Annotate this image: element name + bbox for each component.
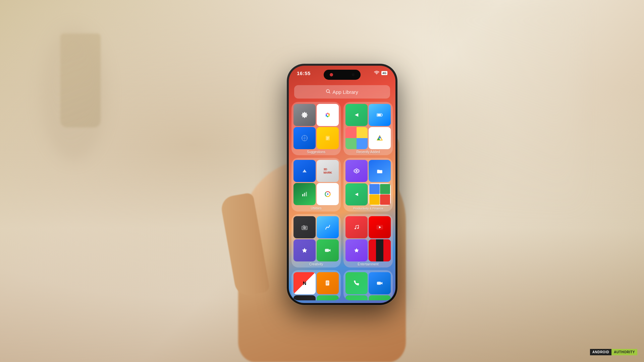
svg-point-0 bbox=[376, 74, 377, 74]
svg-rect-31 bbox=[304, 193, 305, 197]
app-facetime-icon[interactable] bbox=[317, 239, 339, 261]
folder-news-grid: N bbox=[293, 272, 339, 300]
cell-icon: 4G bbox=[381, 71, 387, 75]
di-record-indicator bbox=[330, 73, 333, 76]
di-camera-indicator bbox=[352, 73, 355, 76]
app-freeform-icon[interactable] bbox=[317, 216, 339, 238]
svg-marker-60 bbox=[381, 282, 383, 285]
folder-productivity[interactable]: Productivity & Finance bbox=[343, 158, 393, 211]
svg-rect-47 bbox=[325, 249, 329, 252]
svg-point-50 bbox=[357, 227, 359, 229]
svg-marker-48 bbox=[329, 249, 331, 252]
folder-row-2: 3DMARK bbox=[291, 158, 393, 211]
search-placeholder: App Library bbox=[332, 89, 358, 95]
app-copilot-icon[interactable] bbox=[345, 104, 368, 126]
phone-outer: 16:55 4G bbox=[287, 64, 397, 305]
app-star-icon[interactable] bbox=[345, 239, 368, 261]
svg-rect-41 bbox=[377, 170, 382, 173]
status-icons: 4G bbox=[374, 70, 387, 75]
folder-row-1: Suggestions bbox=[291, 102, 393, 155]
app-notes-icon[interactable] bbox=[317, 127, 339, 149]
folder-productivity-label: Productivity & Finance bbox=[353, 207, 383, 210]
watermark: ANDROID AUTHORITY bbox=[590, 349, 637, 355]
folder-recently-added[interactable]: Recently Added bbox=[343, 102, 393, 155]
phone-screen: 16:55 4G bbox=[289, 66, 395, 303]
svg-rect-23 bbox=[377, 114, 381, 116]
status-time: 16:55 bbox=[297, 70, 311, 76]
app-netflix-icon[interactable] bbox=[369, 239, 391, 261]
app-appstore-icon[interactable] bbox=[293, 160, 316, 182]
app-news-icon[interactable]: N bbox=[293, 272, 316, 294]
svg-point-49 bbox=[355, 228, 356, 229]
svg-marker-46 bbox=[302, 248, 307, 252]
folder-recently-added-label: Recently Added bbox=[356, 150, 380, 154]
svg-point-40 bbox=[356, 170, 358, 172]
svg-rect-16 bbox=[326, 136, 330, 140]
svg-point-10 bbox=[327, 114, 329, 116]
folder-news-partial[interactable]: N bbox=[291, 270, 341, 300]
svg-rect-30 bbox=[302, 194, 303, 196]
svg-marker-53 bbox=[354, 248, 359, 252]
folder-suggestions[interactable]: Suggestions bbox=[291, 102, 341, 155]
app-maps-icon[interactable] bbox=[317, 295, 339, 300]
app-copilot2-icon[interactable] bbox=[345, 183, 368, 205]
svg-rect-59 bbox=[377, 282, 381, 285]
svg-rect-22 bbox=[382, 114, 383, 116]
app-zoom-icon[interactable] bbox=[369, 272, 391, 294]
watermark-android: ANDROID bbox=[590, 349, 611, 355]
folder-social-partial[interactable] bbox=[343, 270, 393, 300]
app-battery-icon[interactable] bbox=[369, 104, 391, 126]
app-youtube-icon[interactable] bbox=[369, 216, 391, 238]
app-camera-icon[interactable] bbox=[293, 216, 316, 238]
svg-point-38 bbox=[327, 193, 329, 195]
folder-entertainment-grid bbox=[345, 216, 391, 261]
app-books-icon[interactable] bbox=[317, 272, 339, 294]
folder-row-4: N bbox=[291, 270, 393, 300]
search-bar[interactable]: App Library bbox=[294, 85, 390, 99]
folder-utilities[interactable]: 3DMARK bbox=[291, 158, 341, 211]
folder-entertainment-label: Entertainment bbox=[358, 262, 378, 266]
app-drive-icon[interactable] bbox=[369, 127, 391, 149]
app-files-icon[interactable] bbox=[369, 160, 391, 182]
folder-recently-added-grid bbox=[345, 104, 391, 149]
folder-creativity-label: Creativity bbox=[309, 262, 323, 266]
app-numbers-icon[interactable] bbox=[293, 183, 316, 205]
dynamic-island bbox=[324, 70, 361, 80]
folder-row-3: Creativity bbox=[291, 214, 393, 267]
folder-utilities-grid: 3DMARK bbox=[293, 160, 339, 205]
app-imovie-icon[interactable] bbox=[293, 239, 316, 261]
app-3dmark-icon[interactable]: 3DMARK bbox=[317, 160, 339, 182]
app-music-icon[interactable] bbox=[345, 216, 368, 238]
wifi-icon bbox=[374, 70, 379, 75]
app-multicolor-icon[interactable] bbox=[345, 127, 368, 149]
folder-utilities-label: Utilities bbox=[311, 206, 321, 210]
svg-rect-32 bbox=[306, 192, 307, 197]
app-stocks-icon[interactable] bbox=[293, 295, 316, 300]
phone-wrapper: 16:55 4G bbox=[287, 64, 397, 305]
app-facetime2-icon[interactable] bbox=[369, 295, 391, 300]
app-safari-icon[interactable] bbox=[293, 127, 316, 149]
app-grid: Suggestions bbox=[291, 102, 393, 300]
svg-point-27 bbox=[302, 168, 308, 174]
svg-marker-42 bbox=[355, 193, 358, 196]
app-phone-icon[interactable] bbox=[345, 272, 368, 294]
folder-entertainment[interactable]: Entertainment bbox=[343, 214, 393, 267]
svg-point-7 bbox=[327, 116, 329, 117]
app-drive2-icon[interactable] bbox=[369, 183, 391, 205]
folder-suggestions-label: Suggestions bbox=[307, 150, 325, 154]
svg-point-4 bbox=[327, 113, 329, 114]
app-chrome-icon[interactable] bbox=[317, 183, 339, 205]
svg-point-45 bbox=[304, 227, 305, 228]
watermark-authority: AUTHORITY bbox=[611, 349, 637, 355]
app-settings-icon[interactable] bbox=[293, 104, 316, 126]
svg-line-2 bbox=[329, 92, 330, 93]
folder-productivity-grid bbox=[345, 160, 391, 205]
app-messages-icon[interactable] bbox=[345, 295, 368, 300]
folder-creativity[interactable]: Creativity bbox=[291, 214, 341, 267]
app-shortcuts-icon[interactable] bbox=[345, 160, 368, 182]
app-photos-icon[interactable] bbox=[317, 104, 339, 126]
svg-marker-20 bbox=[355, 113, 359, 117]
folder-social-grid bbox=[345, 272, 391, 300]
folder-creativity-grid bbox=[293, 216, 339, 261]
search-icon bbox=[326, 89, 330, 95]
